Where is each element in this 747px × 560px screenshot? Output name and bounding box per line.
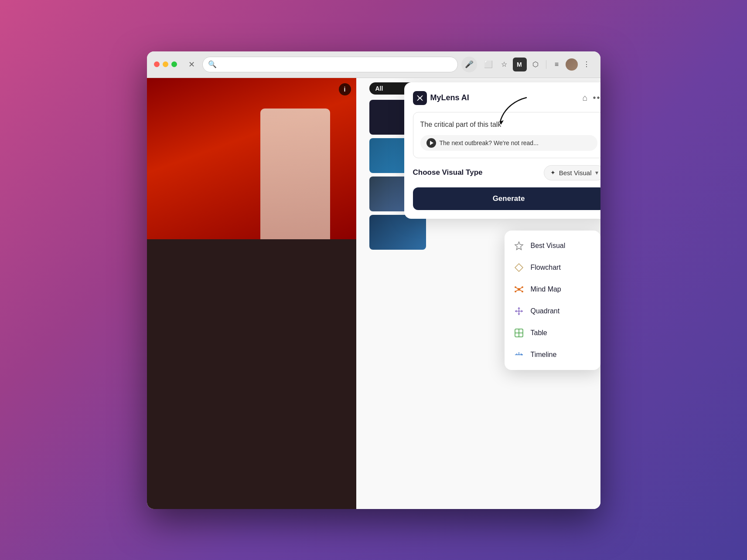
menu-item-table[interactable]: Table [505, 322, 600, 344]
visual-type-label: Choose Visual Type [413, 168, 483, 177]
video-frame[interactable]: i [147, 78, 356, 239]
best-visual-icon [513, 240, 525, 251]
video-person [260, 109, 330, 239]
visual-type-row: Choose Visual Type ✦ Best Visual ▾ [413, 165, 600, 180]
panel-header-actions: ⌂ ••• [582, 93, 600, 103]
visual-type-dropdown[interactable]: ✦ Best Visual ▾ [544, 165, 600, 180]
browser-toolbar: ✕ 🔍 🎤 ⬜ ☆ M ⬡ ≡ ⋮ [147, 51, 600, 78]
search-bar[interactable]: 🔍 [202, 57, 458, 72]
flowchart-icon [513, 262, 525, 273]
menu-item-timeline[interactable]: Timeline [505, 344, 600, 366]
close-tab-button[interactable]: ✕ [185, 58, 199, 71]
play-icon [426, 138, 436, 148]
toolbar-divider [546, 60, 546, 69]
app-name: MyLens AI [430, 93, 469, 102]
menu-button[interactable]: ⋮ [580, 58, 594, 71]
close-button[interactable] [154, 61, 160, 67]
menu-label-mind-map: Mind Map [531, 285, 561, 293]
video-reference[interactable]: The next outbreak? We're not read... [420, 135, 597, 151]
video-ref-text: The next outbreak? We're not read... [440, 139, 539, 146]
best-visual-icon-small: ✦ [550, 169, 556, 176]
logo-icon [413, 91, 427, 105]
content-text: The critical part of this talk [420, 119, 597, 130]
microphone-button[interactable]: 🎤 [461, 57, 477, 72]
home-button[interactable]: ⌂ [582, 93, 587, 103]
menu-label-table: Table [531, 329, 547, 337]
bookmark-button[interactable]: ☆ [497, 58, 511, 71]
svg-text:M: M [517, 61, 522, 68]
toolbar-right: ⬜ ☆ M ⬡ ≡ ⋮ [481, 58, 594, 71]
quadrant-icon [513, 305, 525, 317]
menu-label-quadrant: Quadrant [531, 307, 560, 315]
visual-type-menu: Best Visual Flowchart [505, 231, 600, 370]
browser-content: i All MyLens AI [147, 78, 600, 509]
table-icon [513, 327, 525, 339]
panel-header: MyLens AI ⌂ ••• [413, 91, 600, 105]
menu-label-timeline: Timeline [531, 351, 557, 359]
address-bar: ✕ 🔍 🎤 [185, 57, 477, 72]
timeline-icon [513, 349, 525, 360]
main-video: i [147, 78, 356, 509]
mylens-panel: MyLens AI ⌂ ••• The critical part of thi… [404, 82, 600, 219]
menu-item-mind-map[interactable]: Mind Map [505, 278, 600, 300]
extension-button[interactable]: ⬡ [529, 58, 542, 71]
content-box: The critical part of this talk The next … [413, 112, 600, 158]
traffic-lights [154, 61, 177, 67]
tabs-button[interactable]: ≡ [550, 58, 564, 71]
selected-visual-label: Best Visual [559, 169, 592, 176]
maximize-button[interactable] [171, 61, 177, 67]
thumbnail-4[interactable] [369, 215, 426, 250]
minimize-button[interactable] [163, 61, 168, 67]
browser-window: ✕ 🔍 🎤 ⬜ ☆ M ⬡ ≡ ⋮ [147, 51, 600, 509]
generate-button[interactable]: Generate [413, 187, 600, 210]
info-badge[interactable]: i [339, 83, 351, 95]
mind-map-icon [513, 284, 525, 295]
menu-item-quadrant[interactable]: Quadrant [505, 300, 600, 322]
mylens-extension-button[interactable]: M [513, 58, 527, 71]
screen-button[interactable]: ⬜ [481, 58, 495, 71]
avatar[interactable] [566, 58, 578, 71]
menu-label-best-visual: Best Visual [531, 242, 566, 250]
chevron-down-icon: ▾ [595, 169, 598, 176]
search-icon: 🔍 [208, 60, 217, 68]
svg-marker-1 [515, 264, 523, 272]
svg-marker-24 [522, 354, 523, 356]
menu-item-flowchart[interactable]: Flowchart [505, 257, 600, 278]
more-options-button[interactable]: ••• [593, 93, 600, 103]
mylens-icon: M [516, 61, 524, 68]
play-triangle [430, 141, 433, 145]
menu-label-flowchart: Flowchart [531, 264, 561, 272]
panel-logo: MyLens AI [413, 91, 469, 105]
menu-item-best-visual[interactable]: Best Visual [505, 235, 600, 257]
mic-icon: 🎤 [465, 60, 474, 68]
